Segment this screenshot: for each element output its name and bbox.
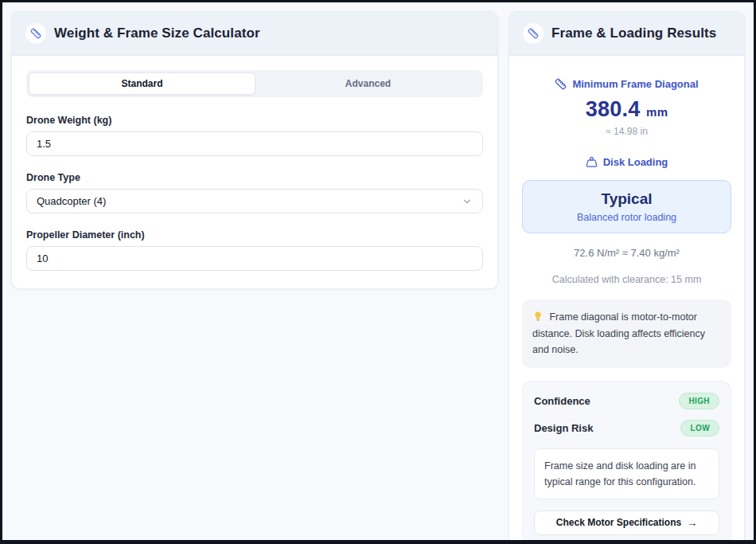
results-panel: Frame & Loading Results Minimum Frame Di… xyxy=(509,11,745,544)
disk-loading-value: 72.6 N/m² ≈ 7.40 kg/m² xyxy=(522,247,731,259)
tab-advanced[interactable]: Advanced xyxy=(255,72,481,95)
ruler-icon xyxy=(555,78,567,90)
results-title: Frame & Loading Results xyxy=(551,25,716,41)
disk-loading-rating-desc: Balanced rotor loading xyxy=(532,212,721,223)
design-risk-badge: LOW xyxy=(680,420,719,436)
check-motor-specifications-label: Check Motor Specifications xyxy=(556,517,681,528)
calculator-title: Weight & Frame Size Calculator xyxy=(54,25,260,41)
page: Weight & Frame Size Calculator Standard … xyxy=(2,2,754,544)
drone-weight-input[interactable] xyxy=(26,131,483,156)
frame-diagonal-alt: ≈ 14.98 in xyxy=(522,126,731,137)
lightbulb-icon xyxy=(532,311,544,322)
ruler-icon xyxy=(25,23,46,44)
design-risk-row: Design Risk LOW xyxy=(534,420,719,436)
disk-loading-label: Disk Loading xyxy=(603,156,668,168)
summary-card: Confidence HIGH Design Risk LOW Frame si… xyxy=(522,381,731,544)
disk-loading-heading: Disk Loading xyxy=(586,156,668,168)
calculator-panel: Weight & Frame Size Calculator Standard … xyxy=(11,11,498,289)
frame-diagonal-heading: Minimum Frame Diagonal xyxy=(555,78,698,90)
tab-standard[interactable]: Standard xyxy=(29,72,255,95)
frame-diagonal-value: 380.4 mm xyxy=(522,97,731,122)
ruler-icon xyxy=(523,23,544,44)
propeller-diameter-field: Propeller Diameter (inch) xyxy=(26,229,483,271)
drone-weight-field: Drone Weight (kg) xyxy=(26,115,483,156)
propeller-diameter-label: Propeller Diameter (inch) xyxy=(26,229,483,241)
summary-message: Frame size and disk loading are in typic… xyxy=(534,448,719,499)
drone-type-selected-value: Quadcopter (4) xyxy=(37,195,106,207)
drone-type-field: Drone Type Quadcopter (4) xyxy=(26,172,483,213)
frame-diagonal-number: 380.4 xyxy=(586,97,641,121)
calculator-body: Standard Advanced Drone Weight (kg) Dron… xyxy=(12,56,497,288)
frame-diagonal-unit: mm xyxy=(646,105,668,119)
confidence-label: Confidence xyxy=(534,395,590,407)
check-motor-specifications-button[interactable]: Check Motor Specifications → xyxy=(534,511,719,535)
tip-box: Frame diagonal is motor-to-motor distanc… xyxy=(522,299,731,368)
drone-weight-label: Drone Weight (kg) xyxy=(26,115,483,126)
clearance-note: Calculated with clearance: 15 mm xyxy=(522,274,731,285)
confidence-badge: HIGH xyxy=(679,393,719,409)
calculator-header: Weight & Frame Size Calculator xyxy=(12,12,497,56)
tip-text: Frame diagonal is motor-to-motor distanc… xyxy=(532,311,705,355)
propeller-diameter-input[interactable] xyxy=(26,246,483,271)
weight-icon xyxy=(586,156,598,168)
disk-loading-rating-card: Typical Balanced rotor loading xyxy=(522,180,731,233)
disk-loading-rating: Typical xyxy=(532,190,721,208)
results-header: Frame & Loading Results xyxy=(509,12,744,56)
drone-type-select[interactable]: Quadcopter (4) xyxy=(26,189,483,213)
mode-tabs: Standard Advanced xyxy=(26,70,483,97)
drone-type-label: Drone Type xyxy=(26,172,483,183)
frame-diagonal-label: Minimum Frame Diagonal xyxy=(572,78,698,90)
confidence-row: Confidence HIGH xyxy=(534,393,719,409)
results-body: Minimum Frame Diagonal 380.4 mm ≈ 14.98 … xyxy=(509,56,744,544)
chevron-down-icon xyxy=(462,196,473,207)
arrow-right-icon: → xyxy=(687,517,697,529)
design-risk-label: Design Risk xyxy=(534,422,593,434)
